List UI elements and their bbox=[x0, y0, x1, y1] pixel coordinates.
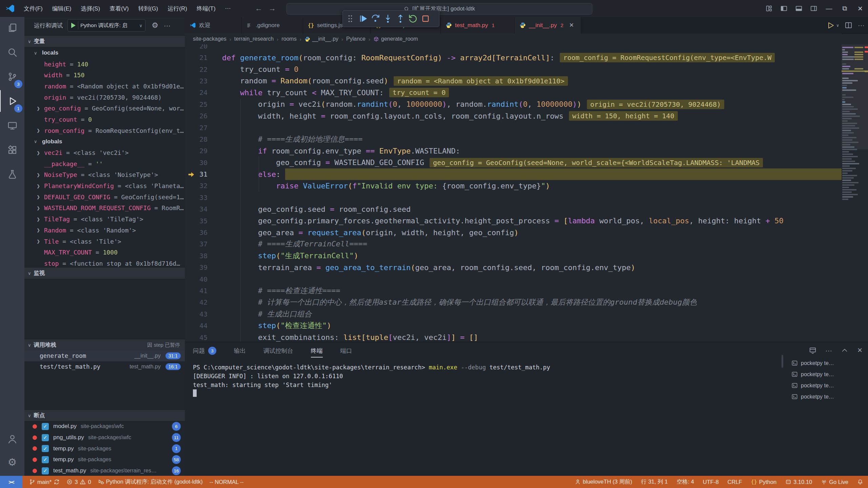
status-indentation[interactable]: 空格: 4 bbox=[676, 478, 694, 486]
close-panel-icon[interactable]: ✕ bbox=[857, 347, 863, 354]
menu-item[interactable]: ··· bbox=[220, 5, 236, 12]
more-actions-icon[interactable]: ··· bbox=[858, 21, 865, 29]
variables-section-header[interactable]: ∨ 变量 bbox=[24, 35, 185, 47]
stop-icon[interactable] bbox=[421, 14, 430, 23]
code-line-39[interactable]: 39 terrain_area = geo_area_to_terrain(ge… bbox=[185, 262, 842, 273]
breakpoint-row[interactable]: ✓temp.pysite-packages1 bbox=[24, 443, 185, 454]
status-debug-session[interactable]: Python 调试程序: 启动文件 (godot-ldtk) bbox=[98, 478, 203, 486]
code-line-42[interactable]: 42 # 计算每一个出口的中心，然后使用astar生成路径，确保每一个出口组合都… bbox=[185, 297, 842, 308]
code-line-29[interactable]: 29 if room_config.env_type == EnvType.WA… bbox=[185, 145, 842, 157]
restart-icon[interactable] bbox=[408, 14, 418, 23]
breadcrumb-item[interactable]: site-packages bbox=[193, 36, 226, 42]
breakpoints-section-header[interactable]: ∨ 断点 bbox=[24, 409, 185, 422]
activity-item-explorer[interactable] bbox=[0, 17, 24, 39]
breadcrumb-item[interactable]: rooms bbox=[281, 36, 296, 42]
menu-item[interactable]: 文件(F) bbox=[19, 5, 47, 13]
gear-icon[interactable]: ⚙ bbox=[151, 21, 159, 29]
menu-item[interactable]: 转到(G) bbox=[134, 5, 163, 13]
menu-item[interactable]: 运行(R) bbox=[163, 5, 192, 13]
code-line-33[interactable]: 33 bbox=[185, 192, 842, 203]
code-line-45[interactable]: 45 exit_combinations: list[tuple[vec2i, … bbox=[185, 331, 842, 342]
variable-row[interactable]: ❯geo_config = GeoConfig(seed=None, wor… bbox=[24, 103, 185, 114]
breadcrumb-item[interactable]: Pylance bbox=[346, 36, 366, 42]
maximize-panel-icon[interactable] bbox=[841, 347, 848, 354]
code-line-23[interactable]: 23 random = Random(room_config.seed)rand… bbox=[185, 75, 842, 87]
minimize-button[interactable]: — bbox=[821, 0, 837, 17]
menu-item[interactable]: 编辑(E) bbox=[47, 5, 76, 13]
code-line-30[interactable]: 30 geo_config = WASTELAND_GEO_CONFIGgeo_… bbox=[185, 157, 842, 168]
status-language-mode[interactable]: {}Python bbox=[751, 479, 776, 485]
status-encoding[interactable]: UTF-8 bbox=[703, 479, 719, 485]
activity-item-testing[interactable] bbox=[0, 163, 24, 185]
variable-row[interactable]: ❯vec2i = <class 'vec2i'> bbox=[24, 147, 185, 158]
panel-tab-问题[interactable]: 问题3 bbox=[193, 342, 216, 360]
terminal-instance[interactable]: pocketpy te… bbox=[791, 391, 865, 402]
activity-item-settings[interactable]: ⚙ bbox=[0, 451, 24, 473]
minimap[interactable] bbox=[842, 44, 868, 275]
variable-row[interactable]: __package__ = '' bbox=[24, 158, 185, 169]
variable-row[interactable]: height = 140 bbox=[24, 59, 185, 70]
activity-item-account[interactable] bbox=[0, 428, 24, 450]
variable-row[interactable]: MAX_TRY_COUNT = 1000 bbox=[24, 247, 185, 258]
variable-row[interactable]: ❯Tile = <class 'Tile'> bbox=[24, 236, 185, 247]
variable-row[interactable]: stop = <function stop at 0x1bf8d716d… bbox=[24, 258, 185, 267]
more-actions-icon[interactable]: ··· bbox=[825, 347, 832, 354]
status-go-live[interactable]: Go Live bbox=[821, 479, 848, 485]
activity-item-search[interactable] bbox=[0, 41, 24, 63]
status-eol[interactable]: CRLF bbox=[728, 479, 742, 485]
split-editor-icon[interactable] bbox=[845, 21, 852, 29]
command-center-search[interactable]: [扩展开发宿主] godot-ldtk bbox=[287, 3, 592, 15]
code-line-35[interactable]: 35 geo_config.primary_forces.geothermal_… bbox=[185, 215, 842, 226]
toggle-secondary-sidebar-icon[interactable] bbox=[810, 5, 817, 12]
terminal-instance[interactable]: pocketpy te… bbox=[791, 380, 865, 391]
variable-row[interactable]: random = <Random object at 0x1bf9d01e… bbox=[24, 81, 185, 92]
tab--gdignore[interactable]: .gdignore bbox=[242, 17, 303, 34]
terminal-output[interactable]: PS C:\computer_science\godot-ldtk\site-p… bbox=[193, 363, 550, 389]
variable-row[interactable]: ❯WASTELAND_ROOM_REQUEST_CONFIG = RoomR… bbox=[24, 203, 185, 214]
continue-icon[interactable] bbox=[358, 14, 368, 23]
variable-row[interactable]: origin = vec2i(7205730, 9024468) bbox=[24, 92, 185, 103]
menu-item[interactable]: 查看(V) bbox=[105, 5, 134, 13]
breakpoint-checkbox[interactable]: ✓ bbox=[42, 445, 49, 452]
panel-views-icon[interactable] bbox=[809, 347, 816, 354]
breakpoint-row[interactable]: ✓png_utils.pysite-packages\wfc11 bbox=[24, 432, 185, 443]
step-into-icon[interactable] bbox=[383, 14, 393, 23]
terminal-instance[interactable]: pocketpy te… bbox=[791, 358, 865, 369]
remote-indicator[interactable]: >< bbox=[0, 476, 22, 488]
callstack-section-header[interactable]: ∨ 调用堆栈 因 step 已暂停 bbox=[24, 339, 185, 351]
code-line-21[interactable]: 21def generate_room(room_config: RoomReq… bbox=[185, 52, 842, 63]
activity-item-extensions[interactable] bbox=[0, 139, 24, 161]
code-line-36[interactable]: 36 geo_area = request_area(origin, width… bbox=[185, 227, 842, 238]
close-button[interactable]: ✕ bbox=[852, 0, 868, 17]
watch-section-header[interactable]: ∨ 监视 bbox=[24, 267, 185, 279]
status-git-branch[interactable]: main* bbox=[29, 479, 60, 485]
code-line-34[interactable]: 34 geo_config.seed = room_config.seed bbox=[185, 203, 842, 215]
drag-handle-icon[interactable] bbox=[346, 14, 355, 23]
panel-tab-输出[interactable]: 输出 bbox=[234, 342, 246, 360]
status-problems[interactable]: 30 bbox=[66, 479, 91, 485]
terminal-list-scrollbar[interactable] bbox=[782, 355, 783, 368]
code-line-38[interactable]: 38 step("生成TerrainCell") bbox=[185, 250, 842, 262]
activity-item-remote-explorer[interactable] bbox=[0, 115, 24, 136]
more-actions-icon[interactable]: ··· bbox=[164, 22, 171, 29]
code-line-22[interactable]: 22 try_count = 0 bbox=[185, 63, 842, 75]
status-notifications[interactable] bbox=[857, 479, 863, 485]
variables-group[interactable]: ∨globals bbox=[24, 136, 185, 147]
start-debug-icon[interactable] bbox=[68, 21, 78, 29]
code-line-20[interactable]: 20 bbox=[185, 44, 842, 52]
code-line-43[interactable]: 43 # 生成出口组合 bbox=[185, 308, 842, 320]
terminal-instance[interactable]: pocketpy te… bbox=[791, 369, 865, 380]
callstack-frame[interactable]: generate_room__init__.py31:1 bbox=[24, 350, 185, 361]
code-line-31[interactable]: 31 else: bbox=[185, 168, 842, 180]
code-line-37[interactable]: 37 # ====生成TerrainCell==== bbox=[185, 238, 842, 250]
variable-row[interactable]: width = 150 bbox=[24, 69, 185, 81]
code-line-40[interactable]: 40 bbox=[185, 273, 842, 285]
panel-tab-调试控制台[interactable]: 调试控制台 bbox=[263, 342, 293, 360]
breakpoint-row[interactable]: ✓test_math.pysite-packages\terrain_res…1… bbox=[24, 465, 185, 476]
breakpoint-checkbox[interactable]: ✓ bbox=[42, 423, 49, 430]
status-gitlens-blame[interactable]: blueloveTH (3 周前) bbox=[575, 478, 632, 486]
code-line-41[interactable]: 41 # ====检查连通性==== bbox=[185, 285, 842, 297]
panel-tab-端口[interactable]: 端口 bbox=[340, 342, 352, 360]
tab--[interactable]: 欢迎 bbox=[185, 17, 242, 34]
variable-row[interactable]: ❯Random = <class 'Random'> bbox=[24, 225, 185, 236]
